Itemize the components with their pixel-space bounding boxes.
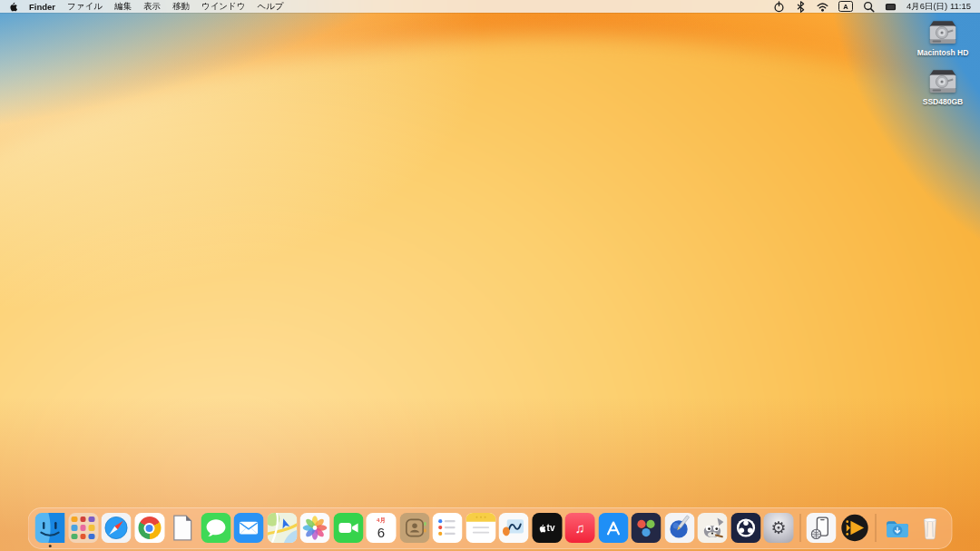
menu-go[interactable]: 移動 <box>172 1 190 13</box>
dock-item-mail[interactable] <box>234 513 264 543</box>
dock: 4月 6 <box>28 507 953 549</box>
wallpaper-shade <box>0 0 980 551</box>
menu-window[interactable]: ウインドウ <box>201 1 246 13</box>
mail-icon <box>234 513 264 543</box>
bluetooth-icon[interactable] <box>795 1 807 13</box>
dock-item-messages[interactable] <box>201 513 230 543</box>
dock-item-media-player[interactable] <box>839 513 869 543</box>
play-icon <box>839 513 869 543</box>
dock-item-facetime[interactable] <box>333 513 363 543</box>
dock-item-contacts[interactable] <box>399 513 429 543</box>
contacts-icon <box>399 513 429 543</box>
dock-item-safari[interactable] <box>102 513 132 543</box>
menu-edit[interactable]: 編集 <box>114 1 132 13</box>
calendar-day: 6 <box>377 526 385 539</box>
notes-icon <box>466 513 495 543</box>
dock-separator <box>799 514 800 542</box>
dock-item-obs-studio[interactable] <box>730 513 760 543</box>
dock-item-photos[interactable] <box>300 513 330 543</box>
gimp-icon <box>698 513 728 543</box>
device-utility-icon <box>807 513 837 543</box>
scribus-icon <box>664 513 694 543</box>
dock-item-davinci-resolve[interactable] <box>632 513 662 543</box>
menu-bar-status: A 4月6日(日) 11:15 <box>773 1 971 13</box>
apple-icon <box>538 524 545 533</box>
dock-item-music[interactable]: ♫ <box>565 513 595 543</box>
music-note-icon: ♫ <box>574 520 584 536</box>
wifi-icon[interactable] <box>817 1 828 13</box>
dock-item-chrome[interactable] <box>134 513 164 543</box>
drive-ssd480gb[interactable]: SSD480GB <box>923 68 963 106</box>
dock-item-scribus[interactable] <box>664 513 694 543</box>
dock-item-calendar[interactable]: 4月 6 <box>367 513 397 543</box>
obs-icon <box>730 513 760 543</box>
gear-icon: ⚙ <box>770 519 786 536</box>
davinci-resolve-icon <box>632 513 662 543</box>
dock-item-trash[interactable] <box>916 513 946 543</box>
dock-item-freeform[interactable] <box>499 513 529 543</box>
dock-item-gimp[interactable] <box>698 513 728 543</box>
drive-macintosh-hd[interactable]: Macintosh HD <box>917 19 969 57</box>
dock-separator <box>876 514 877 542</box>
drive-label: SSD480GB <box>923 97 963 106</box>
downloads-folder-icon <box>882 513 912 543</box>
dock-item-notes[interactable] <box>466 513 495 543</box>
messages-icon <box>201 513 230 543</box>
dock-item-device-utility[interactable] <box>807 513 837 543</box>
dock-item-launchpad[interactable] <box>68 513 98 543</box>
menu-help[interactable]: ヘルプ <box>258 1 284 13</box>
menu-view[interactable]: 表示 <box>143 1 161 13</box>
menu-bar: Finder ファイル 編集 表示 移動 ウインドウ ヘルプ A <box>0 0 980 13</box>
apple-icon <box>9 2 17 12</box>
dock-item-libreoffice[interactable] <box>168 513 198 543</box>
app-store-icon <box>598 513 628 543</box>
calendar-month: 4月 <box>377 517 386 525</box>
desktop-screen: Finder ファイル 編集 表示 移動 ウインドウ ヘルプ A <box>0 0 980 551</box>
libreoffice-document-icon <box>168 513 198 543</box>
dock-item-maps[interactable] <box>267 513 297 543</box>
safari-icon <box>102 513 132 543</box>
input-source-badge[interactable]: A <box>838 1 853 12</box>
app-menu-finder[interactable]: Finder <box>29 2 55 12</box>
power-icon[interactable] <box>773 1 785 13</box>
apple-menu[interactable] <box>9 2 17 12</box>
display-icon[interactable] <box>885 1 897 13</box>
reminders-icon <box>433 513 463 543</box>
trash-icon <box>916 513 946 543</box>
facetime-icon <box>333 513 363 543</box>
menu-bar-clock[interactable]: 4月6日(日) 11:15 <box>906 1 971 13</box>
hard-drive-icon <box>926 68 960 96</box>
dock-item-system-settings[interactable]: ⚙ <box>764 513 794 543</box>
drive-label: Macintosh HD <box>917 48 969 57</box>
menu-bar-left: Finder ファイル 編集 表示 移動 ウインドウ ヘルプ <box>9 1 284 13</box>
dock-item-app-store[interactable] <box>598 513 628 543</box>
hard-drive-icon <box>926 19 960 47</box>
freeform-icon <box>499 513 529 543</box>
dock-item-downloads-folder[interactable] <box>882 513 912 543</box>
spotlight-icon[interactable] <box>863 1 875 13</box>
dock-item-reminders[interactable] <box>433 513 463 543</box>
dock-item-apple-tv[interactable]: tv <box>532 513 562 543</box>
menu-file[interactable]: ファイル <box>67 1 103 13</box>
photos-icon <box>300 513 330 543</box>
tv-label: tv <box>547 523 555 533</box>
running-indicator <box>48 545 52 548</box>
desktop-icons: Macintosh HD SSD480GB <box>908 19 977 106</box>
finder-icon <box>35 513 65 543</box>
maps-icon <box>267 513 297 543</box>
dock-item-finder[interactable] <box>35 513 65 543</box>
